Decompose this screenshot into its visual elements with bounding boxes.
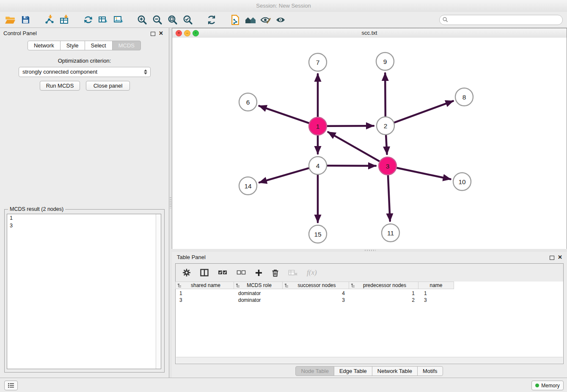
open-folder-icon[interactable]: [3, 13, 18, 27]
memory-button-label: Memory: [541, 383, 559, 389]
graph-edge-2-3[interactable]: [386, 135, 387, 154]
column-type-icon: [284, 283, 289, 288]
graph-edge-1-6[interactable]: [259, 106, 309, 123]
tab-motifs[interactable]: Motifs: [417, 366, 443, 376]
tab-network-table[interactable]: Network Table: [372, 366, 418, 376]
mcds-result-list[interactable]: 1 3: [7, 214, 161, 369]
criterion-select[interactable]: strongly connected component: [19, 67, 151, 77]
table-settings-gear-icon[interactable]: [182, 268, 191, 277]
tab-node-table[interactable]: Node Table: [295, 366, 334, 376]
refresh-layout-icon[interactable]: [204, 13, 219, 27]
traffic-light-zoom-icon[interactable]: +: [193, 30, 199, 36]
copy-network-icon[interactable]: [228, 13, 243, 27]
tab-mcds[interactable]: MCDS: [112, 41, 141, 50]
table-toolbar: f(x): [176, 264, 563, 282]
network-window-title: scc.txt: [172, 28, 567, 38]
graph-node-label-1: 1: [316, 123, 320, 130]
new-network-icon[interactable]: [80, 13, 96, 27]
control-panel-tabs: Network Style Select MCDS: [0, 41, 169, 50]
control-panel-float-icon[interactable]: [151, 32, 155, 36]
table-row[interactable]: 3 dominator 3 2 3: [176, 297, 456, 304]
delete-column-trash-icon[interactable]: [272, 269, 279, 277]
memory-status-icon: [535, 384, 539, 387]
split-view-icon[interactable]: [200, 269, 209, 276]
import-network-icon[interactable]: [41, 13, 57, 27]
memory-button[interactable]: Memory: [531, 381, 564, 390]
table-header-row: shared name MCDS role successor nodes pr…: [176, 282, 454, 289]
table-panel: Table Panel ✕ f(x): [172, 252, 567, 378]
table-horizontal-scrollbar[interactable]: [176, 357, 563, 363]
cell-predecessor-nodes[interactable]: 1: [350, 290, 420, 297]
cell-successor-nodes[interactable]: 4: [284, 290, 350, 297]
node-table-container: f(x) shared name MCDS role successor nod…: [175, 263, 564, 364]
annotation-mode-icon[interactable]: [258, 13, 273, 27]
tab-network[interactable]: Network: [28, 41, 61, 50]
graph-edge-4-14[interactable]: [259, 168, 309, 182]
cell-mcds-role[interactable]: dominator: [234, 290, 284, 297]
control-panel: Control Panel ✕ Network Style Select MCD…: [0, 28, 169, 378]
cell-name[interactable]: 1: [420, 290, 456, 297]
graph-svg: 7968124314101511: [172, 38, 566, 249]
run-mcds-button[interactable]: Run MCDS: [40, 81, 80, 91]
mcds-result-scrollbar[interactable]: [156, 214, 161, 369]
cell-predecessor-nodes[interactable]: 2: [350, 297, 420, 304]
graph-node-label-15: 15: [314, 231, 321, 238]
select-all-columns-icon[interactable]: [218, 269, 227, 276]
zoom-fit-icon[interactable]: [165, 13, 180, 27]
graph-node-label-10: 10: [458, 178, 466, 185]
cell-mcds-role[interactable]: dominator: [234, 297, 284, 304]
optimization-criterion-label: Optimization criterion:: [0, 58, 169, 64]
graph-node-label-4: 4: [316, 162, 320, 169]
zoom-selected-icon[interactable]: [180, 13, 195, 27]
status-list-button[interactable]: [4, 381, 18, 390]
table-panel-float-icon[interactable]: [550, 256, 554, 260]
tab-select[interactable]: Select: [85, 41, 113, 50]
graph-node-label-6: 6: [246, 99, 250, 106]
zoom-in-icon[interactable]: [135, 13, 150, 27]
close-panel-button[interactable]: Close panel: [86, 81, 130, 91]
first-neighbors-icon[interactable]: [243, 13, 258, 27]
graph-node-label-2: 2: [384, 122, 388, 130]
table-row[interactable]: 1 dominator 4 1 1: [176, 290, 456, 297]
mcds-result-item[interactable]: 3: [7, 222, 161, 229]
deselect-all-columns-icon[interactable]: [237, 269, 246, 276]
graph-edge-1-2[interactable]: [327, 126, 374, 126]
column-header-successor-nodes[interactable]: successor nodes: [282, 282, 349, 289]
table-panel-close-icon[interactable]: ✕: [558, 254, 562, 260]
graph-edge-4-3[interactable]: [327, 166, 376, 166]
show-hide-graphics-icon[interactable]: [273, 13, 289, 27]
horizontal-splitter[interactable]: [172, 249, 567, 252]
graph-node-label-8: 8: [462, 94, 466, 101]
column-header-shared-name[interactable]: shared name: [175, 282, 234, 289]
cell-shared-name[interactable]: 3: [176, 297, 234, 304]
traffic-light-close-icon[interactable]: ✕: [176, 30, 182, 36]
add-column-icon[interactable]: [255, 269, 262, 276]
control-panel-close-icon[interactable]: ✕: [159, 30, 163, 36]
cell-successor-nodes[interactable]: 3: [284, 297, 350, 304]
column-header-predecessor-nodes[interactable]: predecessor nodes: [349, 282, 418, 289]
cell-name[interactable]: 3: [420, 297, 456, 304]
window-title: Session: New Session: [256, 3, 311, 9]
graph-edge-3-1[interactable]: [328, 132, 380, 162]
mcds-result-item[interactable]: 1: [7, 214, 161, 222]
column-header-mcds-role[interactable]: MCDS role: [234, 282, 283, 289]
cell-shared-name[interactable]: 1: [176, 290, 234, 297]
zoom-out-icon[interactable]: [150, 13, 165, 27]
graph-edge-2-8[interactable]: [394, 101, 453, 123]
graph-edge-3-10[interactable]: [396, 168, 451, 179]
network-canvas[interactable]: 7968124314101511: [172, 38, 567, 249]
save-session-icon[interactable]: [18, 13, 33, 27]
traffic-light-minimize-icon[interactable]: –: [184, 30, 190, 36]
graph-edge-2-9[interactable]: [385, 73, 385, 117]
graph-edge-3-11[interactable]: [388, 175, 390, 221]
graph-node-label-7: 7: [316, 59, 320, 66]
list-icon: [8, 383, 14, 388]
import-table-icon[interactable]: [57, 13, 72, 27]
column-header-name[interactable]: name: [418, 282, 454, 289]
export-table-icon[interactable]: [96, 13, 111, 27]
tab-edge-table[interactable]: Edge Table: [334, 366, 372, 376]
search-input[interactable]: [439, 15, 563, 25]
tab-style[interactable]: Style: [60, 41, 85, 50]
control-panel-title: Control Panel: [3, 28, 37, 39]
export-image-icon[interactable]: [111, 13, 126, 27]
